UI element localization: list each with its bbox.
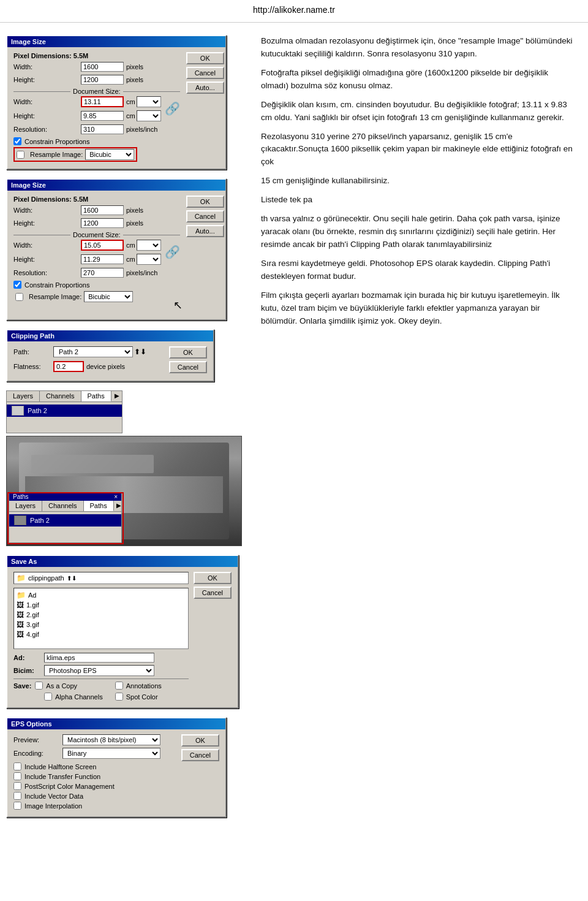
eps-encoding-label: Encoding: xyxy=(13,750,62,757)
folder-arrows: ⬆⬇ xyxy=(67,575,77,582)
dialog2-docwidth-unit-select[interactable] xyxy=(137,240,161,251)
dialog2-resample-select[interactable]: Bicubic xyxy=(84,291,133,302)
file-icon-4: 🖼 xyxy=(17,630,24,639)
clipping-path-label: Path: xyxy=(13,348,53,355)
panel2-close-btn[interactable]: × xyxy=(114,493,118,500)
dialog2-constrain-cb[interactable] xyxy=(13,281,21,289)
dialog2-docwidth-input[interactable] xyxy=(81,240,124,251)
saveas-title: Save As xyxy=(11,558,37,565)
clipping-cancel-btn[interactable]: Cancel xyxy=(169,361,207,373)
dialog2-ok-btn[interactable]: OK xyxy=(186,196,224,208)
panel1-path-label: Path 2 xyxy=(28,407,47,414)
dialog1-ok-btn[interactable]: OK xyxy=(186,52,224,64)
saveas-spotcolor-cb[interactable] xyxy=(115,693,123,701)
panel2-paths-tab[interactable]: Paths xyxy=(84,501,114,511)
dialog2-resolution-input[interactable] xyxy=(81,268,124,278)
text-block-5: 15 cm genişliğinde kullanabilirsiniz. xyxy=(261,175,576,188)
panel1-paths-tab[interactable]: Paths xyxy=(81,391,111,401)
dialog1-cancel-btn[interactable]: Cancel xyxy=(186,67,224,79)
eps-encoding-select[interactable]: Binary xyxy=(62,748,160,759)
dialog2-cancel-btn[interactable]: Cancel xyxy=(186,210,224,222)
dialog1-resample-select[interactable]: Bicubic xyxy=(85,149,134,160)
panel2-header-text: Paths xyxy=(13,493,29,500)
dialog1-docheight-label: Height: xyxy=(13,112,81,120)
dialog1-docheight-unit-select[interactable] xyxy=(137,110,161,121)
eps-ok-btn[interactable]: OK xyxy=(181,734,219,747)
dialog1-auto-btn[interactable]: Auto... xyxy=(186,82,224,94)
eps-cb1[interactable] xyxy=(13,762,21,770)
panel1-path-item[interactable]: Path 2 xyxy=(7,405,122,417)
panel2-menu-btn[interactable]: ▶ xyxy=(114,501,124,511)
panel1-menu-btn[interactable]: ▶ xyxy=(112,391,122,401)
photo-paths-section: Layers Channels Paths ▶ Path 2 xyxy=(6,390,245,546)
dialog2-docwidth-unit: cm xyxy=(126,241,135,249)
header: http://alikoker.name.tr xyxy=(0,0,588,23)
dialog2-docheight-unit-select[interactable] xyxy=(137,254,161,265)
saveas-alpha-cb[interactable] xyxy=(44,693,52,701)
dialog2-title: Image Size xyxy=(11,181,46,189)
file-label-3: 3.gif xyxy=(26,621,39,628)
saveas-ad-input[interactable] xyxy=(44,653,154,663)
dialog1-docsize-label: Document Size: xyxy=(73,88,121,95)
dialog2-width-input[interactable] xyxy=(81,205,124,215)
saveas-bicim-select[interactable]: Photoshop EPS xyxy=(44,665,154,676)
dialog1-docwidth-label: Width: xyxy=(13,98,81,105)
panel1-layers-tab[interactable]: Layers xyxy=(7,391,40,401)
saveas-bicim-label: Bicim: xyxy=(13,667,44,674)
panel2-channels-tab[interactable]: Channels xyxy=(42,501,83,511)
eps-cancel-btn[interactable]: Cancel xyxy=(181,749,219,761)
dialog2-auto-btn[interactable]: Auto... xyxy=(186,225,224,237)
dialog1-constrain-cb[interactable] xyxy=(13,137,21,145)
dialog1-docwidth-input[interactable] xyxy=(81,96,124,107)
panel2-layers-tab[interactable]: Layers xyxy=(9,501,42,511)
dialog1-resample-cb[interactable] xyxy=(17,151,24,159)
clipping-ok-btn[interactable]: OK xyxy=(169,346,207,359)
saveas-cancel-btn[interactable]: Cancel xyxy=(194,587,232,599)
dialog1-height-input[interactable] xyxy=(81,75,124,85)
dialog2-docheight-input[interactable] xyxy=(81,254,124,264)
dialog1-width-input[interactable] xyxy=(81,62,124,72)
mouse-cursor: ↖ xyxy=(173,298,183,312)
saveas-spotcolor-label: Spot Color xyxy=(126,693,158,701)
clipping-titlebar: Clipping Path xyxy=(7,330,213,341)
dialog2-height-label: Height: xyxy=(13,219,81,227)
dialog1-resolution-input[interactable] xyxy=(81,124,124,134)
folder-icon-ad: 📁 xyxy=(17,591,26,599)
eps-cb5[interactable] xyxy=(13,802,21,810)
clipping-flatness-input[interactable] xyxy=(53,361,84,372)
folder-icon: 📁 xyxy=(17,574,26,582)
dialog2-height-input[interactable] xyxy=(81,218,124,228)
dialog1-resolution-unit: pixels/inch xyxy=(126,126,157,133)
dialog2-docwidth-label: Width: xyxy=(13,241,81,249)
saveas-ad-label: Ad: xyxy=(13,654,44,661)
dialog2-docheight-unit: cm xyxy=(126,256,135,263)
eps-titlebar: EPS Options xyxy=(7,718,225,729)
eps-cb3[interactable] xyxy=(13,782,21,790)
dialog1-docwidth-unit-select[interactable] xyxy=(137,96,161,107)
panel1-channels-tab[interactable]: Channels xyxy=(40,391,81,401)
link-icon-2: 🔗 xyxy=(165,245,180,259)
right-column: Bozulma olmadan rezolasyonu değiştirmek … xyxy=(251,29,588,824)
panel2-body: Path 2 xyxy=(9,512,121,542)
panel2-path-item[interactable]: Path 2 xyxy=(9,514,121,527)
path-thumb-1 xyxy=(12,406,24,416)
saveas-alpha-label: Alpha Channels xyxy=(55,693,103,701)
saveas-titlebar: Save As xyxy=(7,556,238,567)
eps-preview-select[interactable]: Macintosh (8 bits/pixel) xyxy=(62,734,160,745)
file-label-1: 1.gif xyxy=(26,601,39,609)
dialog1-titlebar: Image Size xyxy=(7,36,225,47)
dialog1-docheight-input[interactable] xyxy=(81,111,124,121)
eps-cb4[interactable] xyxy=(13,792,21,800)
file-item-4: 🖼 4.gif xyxy=(17,630,186,639)
eps-cb2[interactable] xyxy=(13,772,21,780)
dialog1-docheight-unit: cm xyxy=(126,112,135,120)
clipping-path-select[interactable]: Path 2 xyxy=(53,346,133,357)
dialog2-resample-cb[interactable] xyxy=(15,293,23,301)
saveas-annotations-cb[interactable] xyxy=(115,682,123,690)
clipping-path-dialog: Clipping Path Path: Path 2 ⬆⬇ Flatness: xyxy=(6,329,214,382)
saveas-ascopy-label: As a Copy xyxy=(46,682,77,690)
saveas-ok-btn[interactable]: OK xyxy=(194,572,232,584)
saveas-ascopy-cb[interactable] xyxy=(35,682,43,690)
dialog1-resolution-label: Resolution: xyxy=(13,126,81,133)
eps-cb5-label: Image Interpolation xyxy=(24,802,82,810)
